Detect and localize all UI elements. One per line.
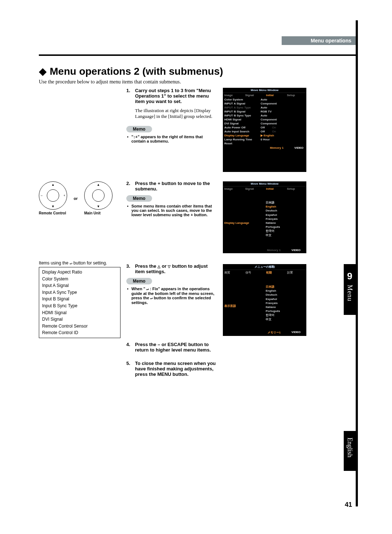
language-item: Français — [266, 301, 306, 305]
step-5: 5. To close the menu screen when you hav… — [126, 361, 216, 377]
step-2-block: 2. Press the + button to move to the sub… — [126, 181, 216, 217]
list-item: Remote Control Sensor — [42, 323, 117, 330]
osd-title: Move Menu Window — [223, 181, 306, 186]
items-box: Items using the ↵ button for setting. Di… — [39, 260, 121, 338]
osd-key: INPUT B Signal — [224, 110, 261, 113]
osd-tab: Setup — [286, 93, 307, 98]
step-number: 5. — [126, 361, 132, 377]
osd-value: Auto — [261, 106, 267, 109]
memo-1-text: "↕+" appears to the right of items that … — [131, 135, 216, 143]
list-item: DVI Signal — [42, 316, 117, 323]
language-item: Deutsch — [266, 209, 306, 213]
language-item: 한국어 — [266, 229, 306, 233]
language-label: English — [346, 438, 354, 457]
memo-2-text: Some menu items contain other items that… — [131, 204, 216, 217]
osd-tab: Image — [223, 93, 244, 98]
osd-screenshot-3: メニューの移動 画質信号初期設置 表示言語 日本語EnglishDeutschE… — [223, 264, 306, 336]
dpad-circle: ▲ ▼ – + — [39, 181, 67, 210]
language-item: 한국어 — [266, 313, 306, 317]
step-1-note: The illustration at right depicts [Displ… — [135, 108, 216, 119]
step-3-mid: or — [160, 263, 168, 269]
language-list: 日本語EnglishDeutschEspañolFrançaisItaliano… — [223, 201, 306, 237]
language-list: 日本語EnglishDeutschEspañolFrançaisItaliano… — [223, 285, 306, 321]
step-1-block: 1. Carry out steps 1 to 3 from "Menu Ope… — [126, 88, 216, 143]
list-item: Input A Sync Type — [42, 289, 117, 296]
step-3-pre: Press the — [135, 263, 158, 269]
osd-value: Auto — [261, 114, 267, 117]
minus-label: – — [41, 194, 42, 197]
language-tab: English — [344, 431, 356, 471]
osd-tab: 信号 — [244, 270, 265, 275]
step-text: Press the + button to move to the submen… — [135, 181, 216, 192]
chapter-label: Menu — [346, 285, 354, 301]
osd-option: On — [272, 126, 276, 129]
dpad-inner — [47, 189, 59, 202]
memo3-pre: When " — [131, 287, 146, 291]
step-number: 4. — [126, 342, 132, 353]
osd-tabs: ImageSignalInitialSetup — [223, 186, 306, 191]
enter-icon: ↵ — [146, 287, 149, 291]
osd-tab: 初期 — [265, 270, 286, 275]
osd-side-label: Display Language — [224, 221, 261, 225]
step-text: Press the △ or ▽ button to adjust item s… — [135, 263, 216, 274]
chapter-tab: 9 Menu — [344, 264, 356, 315]
language-item: Italiano — [266, 305, 306, 309]
osd-tab: Initial — [265, 93, 286, 98]
osd-row: INPUT A Sync TypeAuto — [223, 106, 306, 110]
osd-key: INPUT A Signal — [224, 102, 261, 105]
controls-row: ▲ ▼ – + Remote Control or ▲ ▼ Main Unit — [39, 181, 119, 215]
arrow-up-icon: ▲ — [97, 183, 100, 186]
video-label: VIDEO — [291, 330, 301, 334]
items-list: Display Aspect RatioColor SystemInput A … — [39, 267, 121, 338]
osd-value: Auto — [261, 98, 267, 101]
osd-row: INPUT B Sync TypeAuto — [223, 114, 306, 118]
osd-tab: Initial — [265, 186, 286, 191]
step-3-block: 3. Press the △ or ▽ button to adjust ite… — [126, 263, 216, 305]
osd-row: HDMI SignalComponent — [223, 118, 306, 122]
step-number: 1. — [126, 88, 132, 104]
step-number: 3. — [126, 263, 132, 274]
remote-label: Remote Control — [39, 211, 67, 215]
language-item: Español — [266, 213, 306, 217]
language-item: Italiano — [266, 221, 306, 225]
memo-badge: Memo — [126, 126, 152, 132]
osd-value: Component — [261, 118, 277, 121]
list-item: Display Aspect Ratio — [42, 269, 117, 276]
osd-tab: 設置 — [286, 270, 307, 275]
enter-icon: ↵ — [70, 260, 72, 266]
osd-value: Off — [261, 130, 265, 133]
osd-value: Component — [261, 102, 277, 105]
horizontal-rule — [39, 54, 356, 56]
triangle-up-icon: △ — [158, 264, 160, 268]
language-item: Português — [266, 225, 306, 229]
enter-icon: ↵ — [150, 296, 153, 300]
items-box-header: Items using the ↵ button for setting. — [39, 260, 121, 266]
osd-tabs: ImageSignalInitialSetup — [223, 93, 306, 98]
osd-key: HDMI Signal — [224, 118, 261, 121]
osd-row: Reset — [223, 141, 306, 145]
section-header-tab: Menu operations — [282, 36, 356, 45]
plus-label: + — [64, 194, 65, 197]
osd-value: Component — [261, 122, 277, 125]
document-page: Menu operations ◆ Menu operations 2 (wit… — [0, 0, 392, 534]
osd-tab: Signal — [244, 186, 265, 191]
osd-value: 0 Hour — [261, 138, 270, 141]
memo-badge: Memo — [126, 278, 152, 284]
dpad-circle: ▲ ▼ — [84, 181, 113, 210]
list-item: Input B Signal — [42, 296, 117, 303]
memory-label: メモリー1 — [268, 330, 281, 334]
items-hdr-pre: Items using the — [39, 260, 70, 266]
language-item: Português — [266, 309, 306, 313]
osd-row: INPUT B SignalRGB TV — [223, 110, 306, 114]
osd-row: Color SystemAuto — [223, 98, 306, 102]
osd-side-label: 表示言語 — [224, 304, 261, 308]
osd-screenshot-1: Move Menu Window ImageSignalInitialSetup… — [223, 88, 306, 172]
page-title-row: ◆ Menu operations 2 (with submenus) — [39, 65, 223, 77]
osd-tab: Setup — [286, 186, 307, 191]
osd-tab: 画質 — [223, 270, 244, 275]
language-item: Español — [266, 297, 306, 301]
osd-screenshot-2: Move Menu Window ImageSignalInitialSetup… — [223, 181, 306, 253]
osd-key: Auto Power Off — [224, 126, 261, 129]
step-text: To close the menu screen when you have f… — [135, 361, 216, 377]
step-text: Carry out steps 1 to 3 from "Menu Operat… — [135, 88, 216, 104]
